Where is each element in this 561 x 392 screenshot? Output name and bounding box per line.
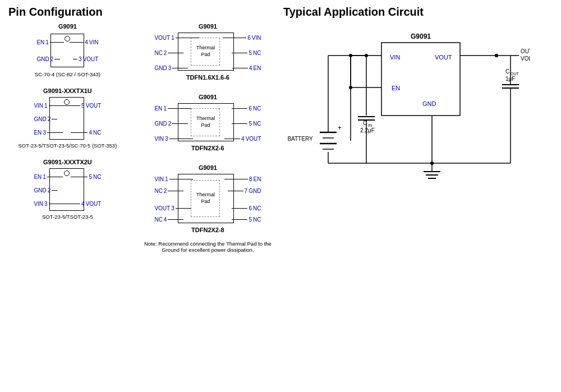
sot235-1u-pin4: 4 NC: [71, 130, 101, 136]
pin-config-content: G9091 EN 1 GN: [8, 23, 278, 253]
pin4-num: 4: [85, 39, 88, 45]
sot235-2u-block: G9091-XXXTX2U EN 1 GND: [8, 159, 127, 220]
sc70-4-pin1: EN 1: [36, 39, 63, 45]
tdfn16-pin6: 6 VIN: [223, 35, 261, 41]
sc70-4-name: G9091: [58, 23, 77, 30]
cin-value: 2.2μF: [360, 127, 375, 133]
tdfn16-pin4: 4 EN: [232, 65, 261, 71]
pin1-name: EN: [36, 39, 44, 45]
tdfn16-pkg-name: TDFN1.6X1.6-6: [186, 74, 229, 81]
tdfn22-6-pin1: EN 1: [154, 105, 191, 112]
tdfn22-8-thermal-pad: ThermalPad: [191, 180, 220, 217]
sot235-2u-pin4: 4 VOUT: [63, 201, 101, 207]
en-inside-label: EN: [392, 85, 400, 91]
tdfn16-block: G9091 ThermalPad VOUT 1 N: [138, 23, 278, 82]
sot235-2u-name: G9091-XXXTX2U: [43, 159, 92, 165]
gnd-junction-dot: [430, 162, 434, 165]
pin-config-title: Pin Configuration: [8, 6, 278, 19]
pin3-line: [73, 59, 77, 60]
pin2-num: 2: [50, 56, 54, 62]
right-packages-col: G9091 ThermalPad VOUT 1 N: [138, 23, 278, 253]
sot235-1u-pin3: EN 3: [34, 130, 62, 136]
tdfn22-6-name: G9091: [199, 94, 217, 100]
pin3-name: VOUT: [83, 56, 99, 62]
sot235-2u-pin5: 5 NC: [71, 174, 101, 180]
cout-top-node: [495, 54, 498, 57]
app-circuit-title: Typical Application Circuit: [283, 6, 553, 19]
gnd-inside-label: GND: [422, 100, 436, 107]
tdfn16-diagram: ThermalPad VOUT 1 NC 2: [154, 31, 261, 72]
cout-sub: OUT: [511, 72, 519, 76]
pin2-line: [54, 59, 60, 60]
sc70-4-diagram: EN 1 GND 2 4: [36, 31, 98, 70]
chip-name-label: G9091: [411, 33, 431, 40]
sot235-1u-pin1: VIN 1: [34, 103, 64, 109]
tdfn22-6-pin3: VIN 3: [154, 136, 192, 142]
tdfn22-6-pkg-name: TDFN2X2-6: [191, 145, 224, 151]
sot235-2u-diagram: EN 1 GND 2 VIN 3: [34, 167, 101, 212]
sot235-1u-pin2: GND 2: [34, 116, 57, 122]
plus-sign: +: [338, 124, 342, 132]
pin1-line: [50, 42, 64, 43]
tdfn16-thermal-pad: ThermalPad: [191, 38, 220, 66]
output-voltage-label: OUTPUT: [521, 48, 530, 54]
tdfn22-6-diagram: ThermalPad EN 1 GND 2: [154, 102, 261, 142]
sot235-2u-pin3: VIN 3: [34, 201, 64, 207]
tdfn16-name: G9091: [199, 23, 217, 30]
bottom-note: Note: Recommend connecting the Thermal P…: [138, 241, 278, 253]
tdfn22-8-diagram: ThermalPad VIN 1 NC 2: [154, 173, 261, 224]
vin-inside-label: VIN: [390, 54, 400, 61]
pin4-line: [70, 42, 84, 43]
pin4-name: VIN: [89, 39, 99, 45]
sot235-1u-block: G9091-XXXTX1U VIN 1 GND: [8, 87, 127, 149]
left-packages-col: G9091 EN 1 GN: [8, 23, 127, 253]
tdfn22-6-pin2: GND 2: [154, 121, 188, 127]
sc70-4-pin2: GND 2: [36, 56, 60, 62]
battery-label: BATTERY: [287, 136, 313, 142]
sot235-1u-diagram: VIN 1 GND 2 EN 3: [34, 96, 101, 141]
sc70-4-body: [50, 34, 84, 67]
sot235-2u-pin1: EN 1: [34, 174, 62, 180]
tdfn22-8-pkg-name: TDFN2X2-8: [191, 227, 224, 233]
tdfn22-8-block: G9091 ThermalPad VIN 1 NC: [138, 164, 278, 235]
tdfn16-pin5: 5 NC: [232, 50, 261, 56]
sot235-1u-subtitle: SOT-23-5/TSOT-23-5/SC-70-5 (SOT-353): [19, 142, 117, 149]
sot235-2u-circle: [64, 170, 70, 176]
sc70-4-subtitle: SC-70-4 (SC-82 / SOT-343): [35, 71, 100, 77]
sot235-2u-subtitle: SOT-23-5/TSOT-23-5: [42, 214, 93, 220]
tdfn22-6-pin5: 5 NC: [232, 121, 261, 127]
tdfn22-6-block: G9091 ThermalPad EN 1 GND: [138, 94, 278, 153]
sot235-2u-pin2: GND 2: [34, 187, 57, 193]
sc70-4-pin3: 3 VOUT: [73, 56, 98, 62]
sot235-1u-pin5: 5 VOUT: [63, 103, 101, 109]
tdfn22-6-thermal-pad: ThermalPad: [191, 108, 220, 136]
tdfn22-6-pin4: 4 VOUT: [224, 136, 261, 142]
output-voltage-label2: VOLTAGE: [521, 56, 530, 62]
pin2-name: GND: [36, 56, 49, 62]
sc70-4-pin4: 4 VIN: [70, 39, 98, 45]
page: Pin Configuration G9091 EN 1: [0, 0, 561, 259]
app-circuit-svg: G9091 VIN VOUT EN GND: [283, 29, 530, 202]
tdfn22-6-pin6: 6 NC: [232, 105, 261, 112]
tdfn16-pin2: NC 2: [154, 50, 183, 56]
cin-sub: IN: [368, 123, 372, 127]
vout-inside-label: VOUT: [435, 54, 452, 61]
cout-label: C: [505, 68, 509, 75]
pin1-num: 1: [45, 39, 49, 45]
pin3-num: 3: [79, 56, 82, 62]
app-circuit-panel: Typical Application Circuit G9091 VIN VO…: [278, 6, 553, 253]
sot235-1u-name: G9091-XXXTX1U: [43, 87, 92, 94]
tdfn22-8-name: G9091: [199, 164, 217, 171]
pin-config-panel: Pin Configuration G9091 EN 1: [8, 6, 278, 253]
tdfn16-pin1: VOUT 1: [154, 35, 199, 41]
tdfn16-pin3: GND 3: [154, 65, 188, 71]
sc70-4-block: G9091 EN 1 GN: [8, 23, 127, 77]
